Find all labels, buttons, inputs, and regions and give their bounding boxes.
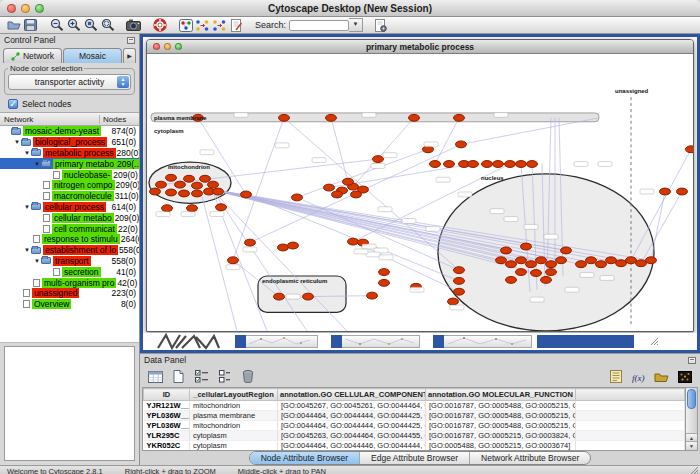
formula-builder-icon[interactable]: f(x) <box>630 369 647 385</box>
network-node[interactable] <box>516 161 527 168</box>
zoom-selected-region-icon[interactable] <box>82 18 99 33</box>
float-data-panel-icon[interactable] <box>688 357 696 364</box>
minimized-window-3-thumbnail[interactable] <box>444 335 532 348</box>
network-node[interactable] <box>527 161 538 168</box>
tree-row[interactable]: multi-organism pro42(0) <box>0 277 139 288</box>
tab-mosaic[interactable]: Mosaic <box>63 48 122 63</box>
network-node[interactable] <box>454 277 465 284</box>
minimize-button[interactable] <box>21 4 30 13</box>
network-node[interactable] <box>541 276 552 283</box>
network-node[interactable] <box>444 161 455 168</box>
network-view-titlebar[interactable]: primary metabolic process <box>147 40 693 54</box>
network-node[interactable] <box>303 293 314 300</box>
tree-row[interactable]: cell communicat22(0) <box>0 223 139 234</box>
tree-row[interactable]: ▼transport558(0) <box>0 256 139 267</box>
import-attributes-icon[interactable] <box>653 369 670 385</box>
select-nodes-checkbox[interactable]: ✓ <box>8 99 18 109</box>
network-node[interactable] <box>162 205 173 212</box>
network-node[interactable] <box>686 146 694 153</box>
delete-attribute-icon[interactable] <box>239 369 256 385</box>
table-column-header[interactable]: annotation.GO CELLULAR_COMPONENT <box>278 389 426 401</box>
tree-row[interactable]: ▼metabolic process280(0) <box>0 148 139 159</box>
unselect-attributes-icon[interactable] <box>216 369 233 385</box>
network-node[interactable] <box>430 161 441 168</box>
table-row[interactable]: YKR052Ccytoplasm[GO:0044464, GO:0044446,… <box>144 441 685 451</box>
network-node[interactable] <box>456 141 467 148</box>
network-node[interactable] <box>606 257 617 264</box>
network-node[interactable] <box>546 261 557 268</box>
network-node[interactable] <box>506 261 517 268</box>
network-node[interactable] <box>175 181 186 188</box>
tree-row[interactable]: mosaic-demo-yeast874(0) <box>0 126 139 137</box>
help-icon[interactable] <box>151 18 168 33</box>
network-node[interactable] <box>348 238 359 245</box>
table-scrollbar[interactable]: ▲ ▼ <box>685 388 697 450</box>
attribute-notes-icon[interactable] <box>607 369 624 385</box>
network-node[interactable] <box>179 190 190 197</box>
network-node[interactable] <box>332 191 343 198</box>
table-cell[interactable]: mitochondrion <box>190 401 278 411</box>
network-node[interactable] <box>187 205 198 212</box>
table-row[interactable]: YJR121W__1mitochondrion[GO:0045267, GO:0… <box>144 401 685 411</box>
save-icon[interactable] <box>22 18 39 33</box>
network-node[interactable] <box>468 161 479 168</box>
tree-row[interactable]: secretion41(0) <box>0 266 139 277</box>
network-node[interactable] <box>324 184 335 191</box>
expander-icon[interactable]: ▼ <box>13 139 21 145</box>
search-dropdown-icon[interactable]: ▼ <box>349 18 363 32</box>
network-node[interactable] <box>448 298 459 305</box>
table-cell[interactable] <box>576 431 685 441</box>
table-cell[interactable] <box>576 441 685 451</box>
network-node[interactable] <box>556 257 567 264</box>
network-node[interactable] <box>351 191 362 198</box>
network-node[interactable] <box>150 188 161 195</box>
network-node[interactable] <box>454 114 465 121</box>
table-cell[interactable]: [GO:0016787, GO:0005215, GO:0003824, G..… <box>426 431 576 441</box>
network-node[interactable] <box>213 188 224 195</box>
table-cell[interactable]: YPL036W__1 <box>144 421 190 431</box>
network-node[interactable] <box>409 114 420 121</box>
network-node[interactable] <box>367 292 378 299</box>
table-cell[interactable]: [GO:0016787, GO:0005488, GO:0005215, G..… <box>426 421 576 431</box>
table-cell[interactable]: cytoplasm <box>190 431 278 441</box>
network-node[interactable] <box>526 261 537 268</box>
network-node[interactable] <box>677 188 688 195</box>
network-node[interactable] <box>156 181 167 188</box>
snapshot-icon[interactable] <box>125 18 142 33</box>
zoom-window-button[interactable] <box>35 4 44 13</box>
expander-icon[interactable]: ▼ <box>23 247 31 253</box>
tree-row[interactable]: ▼cellular process614(0) <box>0 202 139 213</box>
tab-network[interactable]: Network <box>3 48 62 63</box>
network-node[interactable] <box>482 161 493 168</box>
network-node[interactable] <box>216 204 227 211</box>
tree-row[interactable]: ▼primary metabo209(... <box>0 158 139 169</box>
network-node[interactable] <box>454 267 465 274</box>
search-input[interactable] <box>289 20 349 31</box>
network-node[interactable] <box>200 175 211 182</box>
network-node[interactable] <box>626 257 637 264</box>
network-node[interactable] <box>192 190 203 197</box>
open-icon[interactable] <box>5 18 22 33</box>
network-node[interactable] <box>505 161 516 168</box>
minimized-window-4[interactable] <box>537 335 634 348</box>
network-node[interactable] <box>506 276 517 283</box>
search-config-icon[interactable] <box>372 18 389 33</box>
tree-row[interactable]: nitrogen compo209(0) <box>0 180 139 191</box>
table-cell[interactable]: [GO:0005488, GO:0005215, GO:0003674] <box>426 441 576 451</box>
network-node[interactable] <box>516 257 527 264</box>
birdseye-view[interactable] <box>4 346 135 461</box>
float-panel-icon[interactable] <box>127 37 135 44</box>
network-node[interactable] <box>166 189 177 196</box>
network-node[interactable] <box>646 257 657 264</box>
network-node[interactable] <box>586 257 597 264</box>
network-node[interactable] <box>228 257 239 264</box>
table-row[interactable]: YPL036W__1mitochondrion[GO:0044464, GO:0… <box>144 421 685 431</box>
network-node[interactable] <box>616 260 627 267</box>
network-node[interactable] <box>636 260 647 267</box>
scrollbar-thumb[interactable] <box>687 389 696 409</box>
network-node[interactable] <box>288 242 299 249</box>
zoom-in-icon[interactable] <box>65 18 82 33</box>
close-button[interactable] <box>7 4 16 13</box>
tree-row[interactable]: unassigned223(0) <box>0 288 139 299</box>
table-cell[interactable] <box>576 401 685 411</box>
